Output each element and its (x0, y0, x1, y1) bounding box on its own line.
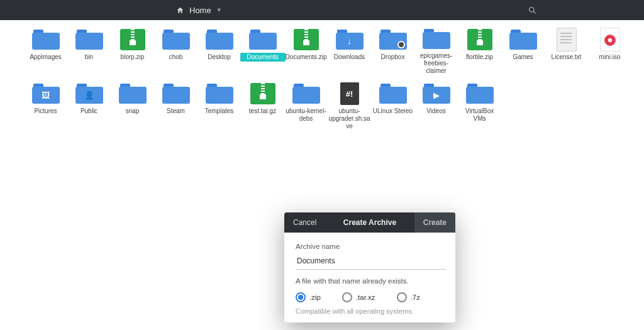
file-item[interactable]: Templates (197, 83, 241, 127)
folder-icon (206, 30, 233, 50)
file-item[interactable]: Steam (154, 83, 197, 127)
file-item[interactable]: bin (67, 29, 111, 73)
file-label: Pictures (23, 107, 69, 116)
dialog-title: Create Archive (325, 218, 414, 227)
file-label: Dropbox (370, 53, 416, 62)
file-label: bin (67, 53, 112, 62)
folder-icon (509, 30, 537, 50)
folder-icon: 👤 (75, 84, 103, 104)
file-item[interactable]: ▶Videos (414, 83, 458, 127)
folder-icon (379, 84, 407, 104)
file-item[interactable]: ULinux Stereo (371, 83, 414, 127)
dialog-header: Cancel Create Archive Create (284, 212, 455, 233)
archive-icon (120, 29, 145, 50)
file-item[interactable]: blorp.zip (111, 29, 154, 73)
folder-icon (206, 84, 233, 104)
file-item[interactable]: 🖼Pictures (24, 83, 67, 127)
file-label: snap (110, 107, 155, 116)
file-item[interactable]: epicgames-freebies-claimer (414, 29, 458, 73)
folder-icon (75, 30, 103, 50)
format-options: .zip.tar.xz.7z (296, 292, 444, 302)
file-item[interactable]: ↓Downloads (328, 29, 371, 73)
file-item[interactable]: VirtualBox VMs (458, 83, 501, 127)
file-manager-view: AppImagesbinblorp.zipchobDesktopDocument… (0, 20, 644, 330)
create-archive-dialog: Cancel Create Archive Create Archive nam… (284, 212, 455, 322)
file-label: Public (67, 107, 112, 116)
create-button[interactable]: Create (414, 212, 455, 233)
folder-icon (162, 30, 190, 50)
radio-icon (342, 292, 352, 302)
format-label: .zip (309, 294, 321, 301)
file-label: Documents.zip (284, 53, 329, 62)
file-label: Games (501, 53, 546, 62)
header-bar: Home ▼ (0, 0, 644, 20)
file-label: mini.iso (587, 53, 633, 62)
folder-icon (119, 84, 147, 104)
folder-icon (249, 30, 277, 50)
icon-grid: AppImagesbinblorp.zipchobDesktopDocument… (24, 29, 636, 137)
file-item[interactable]: Documents (241, 29, 284, 73)
file-label: Documents (240, 53, 286, 62)
file-item[interactable]: snap (111, 83, 154, 127)
file-label: chob (153, 53, 199, 62)
folder-icon: ▶ (423, 84, 450, 104)
radio-icon (397, 292, 407, 302)
file-item[interactable]: License.txt (545, 29, 588, 73)
file-label: VirtualBox VMs (457, 107, 502, 123)
archive-name-input[interactable] (296, 254, 447, 270)
file-label: Videos (414, 107, 459, 116)
folder-icon: ↓ (336, 30, 364, 50)
file-label: blorp.zip (110, 53, 155, 62)
file-label: License.txt (544, 53, 589, 62)
file-label: ubuntu-kernel-debs (284, 107, 329, 123)
archive-icon (250, 83, 275, 104)
svg-point-0 (530, 7, 535, 12)
cancel-button[interactable]: Cancel (284, 212, 325, 233)
file-item[interactable]: Games (501, 29, 545, 73)
file-label: ULinux Stereo (370, 107, 416, 116)
archive-icon (467, 29, 492, 50)
format-option[interactable]: .zip (296, 292, 321, 302)
file-item[interactable]: AppImages (24, 29, 67, 73)
format-label: .7z (411, 294, 420, 301)
file-label: AppImages (23, 53, 69, 62)
folder-icon: 🖼 (32, 84, 60, 104)
folder-icon (379, 30, 407, 50)
file-item[interactable]: chob (154, 29, 197, 73)
file-label: Desktop (197, 53, 242, 62)
format-option[interactable]: .tar.xz (342, 292, 375, 302)
home-icon (176, 6, 184, 14)
chevron-down-icon: ▼ (216, 7, 222, 13)
text-file-icon (557, 28, 577, 52)
script-file-icon: #! (340, 82, 359, 105)
file-label: Downloads (327, 53, 372, 62)
folder-icon (32, 30, 60, 50)
file-item[interactable]: 👤Public (67, 83, 111, 127)
file-label: ubuntu-upgrader.sh.save (327, 107, 372, 131)
iso-file-icon (600, 28, 620, 52)
file-item[interactable]: mini.iso (588, 29, 631, 73)
radio-icon (296, 292, 306, 302)
file-label: test.tar.gz (240, 107, 286, 116)
svg-line-1 (533, 11, 535, 13)
file-item[interactable]: test.tar.gz (241, 83, 284, 127)
archive-icon (294, 29, 319, 50)
file-label: Templates (197, 107, 242, 116)
file-item[interactable]: ubuntu-kernel-debs (284, 83, 328, 127)
archive-name-label: Archive name (296, 243, 444, 250)
file-label: epicgames-freebies-claimer (414, 52, 459, 75)
search-icon[interactable] (528, 6, 537, 15)
file-item[interactable]: Dropbox (371, 29, 414, 73)
format-label: .tar.xz (356, 294, 375, 301)
folder-icon (292, 84, 320, 104)
breadcrumb-label: Home (189, 6, 211, 15)
file-item[interactable]: Documents.zip (284, 29, 328, 73)
breadcrumb[interactable]: Home ▼ (176, 6, 222, 15)
compat-hint: Compatible with all operating systems. (296, 307, 444, 315)
file-label: Steam (153, 107, 199, 116)
file-item[interactable]: florble.zip (458, 29, 501, 73)
format-option[interactable]: .7z (397, 292, 420, 302)
file-item[interactable]: #!ubuntu-upgrader.sh.save (328, 83, 371, 127)
file-item[interactable]: Desktop (197, 29, 241, 73)
name-exists-warning: A file with that name already exists. (296, 277, 444, 285)
